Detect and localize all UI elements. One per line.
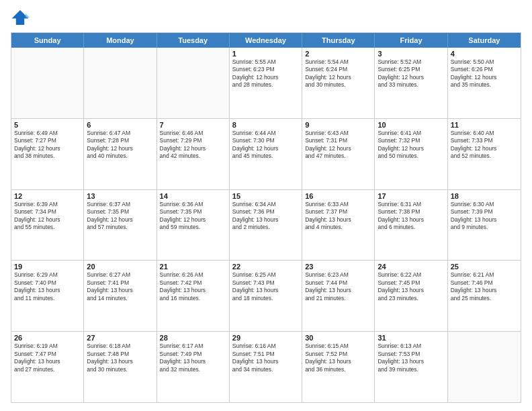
calendar-row: 19Sunrise: 6:29 AM Sunset: 7:40 PM Dayli… [11, 261, 521, 332]
day-info: Sunrise: 6:41 AM Sunset: 7:32 PM Dayligh… [378, 130, 444, 161]
day-cell: 24Sunrise: 6:22 AM Sunset: 7:45 PM Dayli… [375, 261, 447, 331]
day-cell: 7Sunrise: 6:46 AM Sunset: 7:29 PM Daylig… [157, 119, 230, 189]
day-info: Sunrise: 6:37 AM Sunset: 7:35 PM Dayligh… [87, 201, 153, 232]
day-info: Sunrise: 6:31 AM Sunset: 7:38 PM Dayligh… [378, 201, 444, 232]
day-cell: 28Sunrise: 6:17 AM Sunset: 7:49 PM Dayli… [157, 332, 230, 402]
day-info: Sunrise: 6:29 AM Sunset: 7:40 PM Dayligh… [14, 271, 81, 302]
day-cell: 25Sunrise: 6:21 AM Sunset: 7:46 PM Dayli… [448, 261, 521, 331]
empty-cell [11, 48, 84, 118]
day-cell: 6Sunrise: 6:47 AM Sunset: 7:28 PM Daylig… [84, 119, 157, 189]
day-cell: 22Sunrise: 6:25 AM Sunset: 7:43 PM Dayli… [230, 261, 302, 331]
weekday-header: Monday [84, 33, 157, 48]
day-cell: 2Sunrise: 5:54 AM Sunset: 6:24 PM Daylig… [302, 48, 375, 118]
day-number: 30 [305, 334, 371, 342]
day-cell: 20Sunrise: 6:27 AM Sunset: 7:41 PM Dayli… [84, 261, 157, 331]
day-number: 26 [14, 334, 81, 342]
day-number: 3 [378, 50, 444, 58]
day-info: Sunrise: 6:46 AM Sunset: 7:29 PM Dayligh… [160, 130, 226, 161]
weekday-header: Wednesday [230, 33, 302, 48]
day-cell: 13Sunrise: 6:37 AM Sunset: 7:35 PM Dayli… [84, 190, 157, 261]
day-cell: 21Sunrise: 6:26 AM Sunset: 7:42 PM Dayli… [157, 261, 230, 331]
weekday-header: Saturday [448, 33, 521, 48]
day-info: Sunrise: 6:25 AM Sunset: 7:43 PM Dayligh… [232, 271, 299, 302]
day-cell: 3Sunrise: 5:52 AM Sunset: 6:25 PM Daylig… [375, 48, 447, 118]
calendar-row: 5Sunrise: 6:49 AM Sunset: 7:27 PM Daylig… [11, 119, 521, 190]
day-number: 1 [232, 50, 299, 58]
day-cell: 15Sunrise: 6:34 AM Sunset: 7:36 PM Dayli… [230, 190, 302, 261]
weekday-header: Sunday [11, 33, 84, 48]
day-cell: 12Sunrise: 6:39 AM Sunset: 7:34 PM Dayli… [11, 190, 84, 261]
weekday-header: Tuesday [157, 33, 230, 48]
day-number: 11 [451, 121, 518, 129]
day-info: Sunrise: 6:23 AM Sunset: 7:44 PM Dayligh… [305, 271, 371, 302]
day-info: Sunrise: 6:13 AM Sunset: 7:53 PM Dayligh… [378, 342, 444, 373]
day-cell: 9Sunrise: 6:43 AM Sunset: 7:31 PM Daylig… [302, 119, 375, 189]
day-number: 12 [14, 192, 81, 200]
day-info: Sunrise: 6:36 AM Sunset: 7:35 PM Dayligh… [160, 201, 226, 232]
day-info: Sunrise: 6:26 AM Sunset: 7:42 PM Dayligh… [160, 271, 226, 302]
day-number: 14 [160, 192, 226, 200]
calendar-body: 1Sunrise: 5:55 AM Sunset: 6:23 PM Daylig… [11, 48, 521, 402]
calendar-header: SundayMondayTuesdayWednesdayThursdayFrid… [11, 33, 521, 48]
day-info: Sunrise: 5:55 AM Sunset: 6:23 PM Dayligh… [232, 58, 299, 89]
day-number: 2 [305, 50, 371, 58]
day-cell: 29Sunrise: 6:16 AM Sunset: 7:51 PM Dayli… [230, 332, 302, 402]
day-cell: 18Sunrise: 6:30 AM Sunset: 7:39 PM Dayli… [448, 190, 521, 261]
day-info: Sunrise: 6:47 AM Sunset: 7:28 PM Dayligh… [87, 130, 153, 161]
day-info: Sunrise: 6:17 AM Sunset: 7:49 PM Dayligh… [160, 342, 226, 373]
day-number: 15 [232, 192, 299, 200]
day-info: Sunrise: 6:30 AM Sunset: 7:39 PM Dayligh… [451, 201, 518, 232]
day-info: Sunrise: 6:19 AM Sunset: 7:47 PM Dayligh… [14, 342, 81, 373]
empty-cell [84, 48, 157, 118]
logo [11, 8, 32, 27]
calendar-row: 12Sunrise: 6:39 AM Sunset: 7:34 PM Dayli… [11, 190, 521, 261]
weekday-header: Friday [375, 33, 447, 48]
day-cell: 26Sunrise: 6:19 AM Sunset: 7:47 PM Dayli… [11, 332, 84, 402]
day-cell: 5Sunrise: 6:49 AM Sunset: 7:27 PM Daylig… [11, 119, 84, 189]
day-number: 18 [451, 192, 518, 200]
empty-cell [448, 332, 521, 402]
day-number: 19 [14, 263, 81, 271]
day-number: 13 [87, 192, 153, 200]
calendar-row: 1Sunrise: 5:55 AM Sunset: 6:23 PM Daylig… [11, 48, 521, 119]
day-number: 6 [87, 121, 153, 129]
day-cell: 8Sunrise: 6:44 AM Sunset: 7:30 PM Daylig… [230, 119, 302, 189]
logo-icon [11, 8, 30, 27]
day-info: Sunrise: 6:44 AM Sunset: 7:30 PM Dayligh… [232, 130, 299, 161]
day-number: 20 [87, 263, 153, 271]
day-number: 29 [232, 334, 299, 342]
day-info: Sunrise: 5:52 AM Sunset: 6:25 PM Dayligh… [378, 58, 444, 89]
day-info: Sunrise: 5:50 AM Sunset: 6:26 PM Dayligh… [451, 58, 518, 89]
day-info: Sunrise: 6:21 AM Sunset: 7:46 PM Dayligh… [451, 271, 518, 302]
day-number: 17 [378, 192, 444, 200]
day-number: 24 [378, 263, 444, 271]
day-info: Sunrise: 6:34 AM Sunset: 7:36 PM Dayligh… [232, 201, 299, 232]
day-number: 28 [160, 334, 226, 342]
day-info: Sunrise: 6:49 AM Sunset: 7:27 PM Dayligh… [14, 130, 81, 161]
day-info: Sunrise: 6:39 AM Sunset: 7:34 PM Dayligh… [14, 201, 81, 232]
day-info: Sunrise: 6:27 AM Sunset: 7:41 PM Dayligh… [87, 271, 153, 302]
day-info: Sunrise: 6:22 AM Sunset: 7:45 PM Dayligh… [378, 271, 444, 302]
day-info: Sunrise: 6:33 AM Sunset: 7:37 PM Dayligh… [305, 201, 371, 232]
day-cell: 16Sunrise: 6:33 AM Sunset: 7:37 PM Dayli… [302, 190, 375, 261]
day-cell: 31Sunrise: 6:13 AM Sunset: 7:53 PM Dayli… [375, 332, 447, 402]
day-number: 21 [160, 263, 226, 271]
calendar-row: 26Sunrise: 6:19 AM Sunset: 7:47 PM Dayli… [11, 332, 521, 402]
day-number: 4 [451, 50, 518, 58]
weekday-header: Thursday [302, 33, 375, 48]
day-number: 5 [14, 121, 81, 129]
day-number: 16 [305, 192, 371, 200]
day-cell: 11Sunrise: 6:40 AM Sunset: 7:33 PM Dayli… [448, 119, 521, 189]
day-cell: 30Sunrise: 6:15 AM Sunset: 7:52 PM Dayli… [302, 332, 375, 402]
day-number: 31 [378, 334, 444, 342]
day-cell: 14Sunrise: 6:36 AM Sunset: 7:35 PM Dayli… [157, 190, 230, 261]
day-number: 22 [232, 263, 299, 271]
day-cell: 1Sunrise: 5:55 AM Sunset: 6:23 PM Daylig… [230, 48, 302, 118]
day-cell: 17Sunrise: 6:31 AM Sunset: 7:38 PM Dayli… [375, 190, 447, 261]
empty-cell [157, 48, 230, 118]
day-info: Sunrise: 6:15 AM Sunset: 7:52 PM Dayligh… [305, 342, 371, 373]
page: SundayMondayTuesdayWednesdayThursdayFrid… [0, 0, 532, 411]
day-info: Sunrise: 6:40 AM Sunset: 7:33 PM Dayligh… [451, 130, 518, 161]
calendar: SundayMondayTuesdayWednesdayThursdayFrid… [11, 32, 521, 403]
day-number: 10 [378, 121, 444, 129]
